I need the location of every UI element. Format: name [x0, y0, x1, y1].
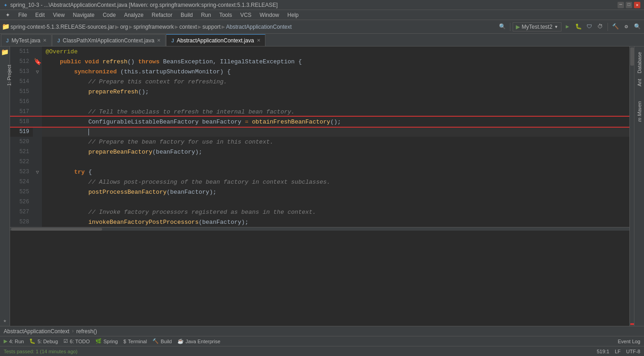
run-config-selector[interactable]: ▶ MyTest.test2 ▼	[513, 22, 561, 31]
ant-panel-tab[interactable]: Ant	[636, 77, 643, 88]
title-bar-controls[interactable]: ─ □ ✕	[618, 2, 640, 8]
line-content-524: // Allows post-processing of the bean fa…	[42, 177, 629, 187]
line-number-518: 518	[10, 117, 33, 127]
terminal-icon: $	[123, 339, 126, 344]
line-number-515: 515	[10, 87, 33, 97]
terminal-tab[interactable]: $ Terminal	[123, 339, 147, 344]
search-everywhere-button[interactable]: 🔍	[498, 22, 508, 32]
maximize-button[interactable]: □	[626, 2, 632, 8]
maven-panel-tab[interactable]: m Maven	[636, 99, 643, 124]
java-enterprise-tab-label: Java Enterprise	[186, 339, 220, 344]
line-number-525: 525	[10, 187, 33, 197]
code-editor[interactable]: 511 @Override 512 🔖 public void refresh(…	[10, 46, 629, 326]
menu-item-view[interactable]: View	[49, 11, 68, 19]
menu-item-file[interactable]: File	[15, 11, 31, 19]
build-button[interactable]: 🔨	[610, 22, 620, 32]
java-enterprise-tab[interactable]: ☕ Java Enterprise	[177, 338, 220, 344]
tab-classpathxml[interactable]: J ClassPathXmlApplicationContext.java ✕	[52, 34, 166, 46]
code-line-518: 518 ConfigurableListableBeanFactory bean…	[10, 117, 629, 127]
line-content-519	[42, 127, 629, 137]
run-config-icon: ▶	[516, 24, 520, 30]
breadcrumb-class-item[interactable]: AbstractApplicationContext	[4, 328, 69, 335]
encoding[interactable]: UTF-8	[626, 349, 640, 354]
menu-item-navigate[interactable]: Navigate	[69, 11, 98, 19]
menu-item-window[interactable]: Window	[256, 11, 283, 19]
search-button[interactable]: 🔍	[632, 22, 642, 32]
menu-item-help[interactable]: Help	[284, 11, 302, 19]
breadcrumb-method-item[interactable]: refresh()	[76, 328, 97, 335]
tab-label-abstractapp: AbstractApplicationContext.java	[177, 37, 254, 44]
breadcrumb-springframework[interactable]: springframework	[134, 24, 174, 30]
line-number-516: 516	[10, 97, 33, 107]
scroll-thumb[interactable]	[630, 47, 634, 66]
tab-close-mytest[interactable]: ✕	[43, 38, 47, 43]
menu-item-build[interactable]: Build	[177, 11, 197, 19]
breadcrumb-sep-1: ▶	[115, 24, 119, 30]
profile-button[interactable]: ⏱	[595, 22, 605, 32]
project-panel-icon[interactable]: 📁	[1, 48, 9, 56]
build-tab[interactable]: 🔨 Build	[152, 338, 171, 344]
code-line-527: 527 // Invoke factory processors registe…	[10, 207, 629, 217]
minimize-button[interactable]: ─	[618, 2, 624, 8]
menu-item-run[interactable]: Run	[197, 11, 215, 19]
debug-tab[interactable]: 🐛 5: Debug	[29, 338, 58, 344]
line-gutter-523: ▽	[33, 167, 42, 177]
line-number-513: 513	[10, 67, 33, 77]
coverage-button[interactable]: 🛡	[584, 22, 594, 32]
line-gutter-516	[33, 97, 42, 107]
event-log-tab[interactable]: Event Log	[618, 339, 640, 344]
spring-tab-label: Spring	[104, 339, 118, 344]
sep-5	[608, 23, 608, 31]
fold-icon-523: ▽	[36, 169, 39, 175]
toolbar: 📁 spring-context-5.1.3.RELEASE-sources.j…	[0, 20, 644, 34]
code-line-521: 521 prepareBeanFactory(beanFactory);	[10, 147, 629, 157]
line-gutter-526	[33, 197, 42, 207]
menu-bar: ✦ File Edit View Navigate Code Analyze R…	[0, 10, 644, 20]
menu-item-edit[interactable]: Edit	[31, 11, 48, 19]
project-panel-label[interactable]: 1: Project	[6, 65, 12, 86]
todo-tab[interactable]: ☑ 6: TODO	[63, 338, 90, 344]
spring-tab[interactable]: 🌿 Spring	[95, 338, 118, 344]
vertical-scrollbar[interactable]	[629, 46, 634, 326]
debug-tab-label: 5: Debug	[37, 339, 58, 344]
debug-button[interactable]: 🐛	[573, 22, 583, 32]
menu-item-intellij[interactable]: ✦	[2, 11, 14, 19]
line-number-521: 521	[10, 147, 33, 157]
line-number-512: 512	[10, 57, 33, 67]
menu-item-code[interactable]: Code	[99, 11, 119, 19]
cursor-position[interactable]: 519:1	[597, 349, 609, 354]
line-number-517: 517	[10, 107, 33, 117]
separator	[510, 23, 510, 31]
menu-item-refactor[interactable]: Refactor	[148, 11, 176, 19]
sep2: ▶	[175, 23, 178, 31]
status-bar-right: 519:1 LF UTF-8	[597, 349, 640, 354]
breadcrumb-org[interactable]: org	[120, 24, 128, 30]
spring-icon: 🌿	[95, 338, 102, 344]
database-panel-tab[interactable]: Database	[636, 50, 643, 75]
settings-button[interactable]: ⚙	[621, 22, 631, 32]
menu-item-tools[interactable]: Tools	[216, 11, 236, 19]
run-tab[interactable]: ▶ 4: Run	[4, 338, 24, 344]
close-button[interactable]: ✕	[634, 2, 640, 8]
tab-label-classpathxml: ClassPathXmlApplicationContext.java	[63, 37, 155, 44]
todo-icon: ☑	[63, 338, 68, 344]
run-button[interactable]: ▶	[562, 22, 572, 32]
code-line-514: 514 // Prepare this context for refreshi…	[10, 77, 629, 87]
tab-close-abstractapp[interactable]: ✕	[257, 38, 260, 43]
breadcrumb-context[interactable]: context	[179, 24, 197, 30]
horizontal-scrollbar[interactable]	[10, 227, 629, 231]
scrollbar-thumb[interactable]	[11, 228, 102, 231]
tab-mytest[interactable]: J MyTest.java ✕	[1, 34, 52, 46]
tab-close-classpathxml[interactable]: ✕	[157, 38, 161, 43]
line-content-527: // Invoke factory processors registered …	[42, 207, 629, 217]
menu-item-vcs[interactable]: VCS	[237, 11, 255, 19]
breadcrumb-class[interactable]: AbstractApplicationContext	[226, 24, 292, 30]
code-line-516: 516	[10, 97, 629, 107]
breadcrumb-support[interactable]: support	[203, 24, 221, 30]
tab-abstractapp[interactable]: J AbstractApplicationContext.java ✕	[166, 34, 265, 46]
title-bar: ✦ spring_10-3 - ...\AbstractApplicationC…	[0, 0, 644, 10]
menu-item-analyze[interactable]: Analyze	[120, 11, 147, 19]
line-content-512: public void refresh() throws BeansExcept…	[42, 57, 629, 67]
line-ending[interactable]: LF	[615, 349, 621, 354]
favorites-icon[interactable]: ★	[3, 317, 6, 324]
